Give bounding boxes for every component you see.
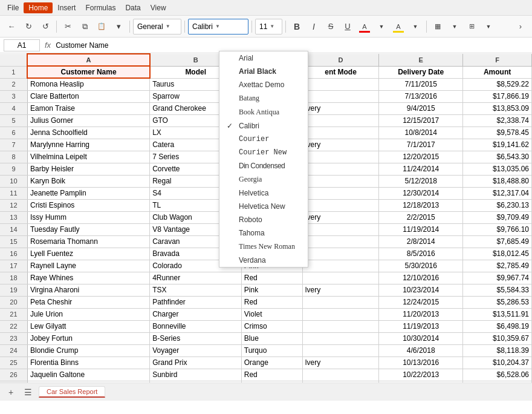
paste-button[interactable]: 📋 (94, 19, 109, 34)
cell-customer-name[interactable]: Rosemaria Thomann (27, 235, 149, 248)
cell-color[interactable]: Red (241, 369, 302, 381)
font-item[interactable]: Arial Black (219, 65, 308, 78)
cell-amount[interactable]: $17,866.19 (463, 90, 532, 102)
cell-color[interactable]: Turquo (241, 344, 302, 356)
cell-payment-mode[interactable] (302, 223, 378, 235)
cell-delivery-date[interactable]: 9/4/2015 (379, 102, 463, 114)
font-item[interactable]: Axettac Demo (219, 78, 308, 91)
cell-delivery-date[interactable]: 12/18/2013 (379, 199, 463, 211)
col-header-d[interactable]: D (302, 54, 378, 66)
back-button[interactable]: ← (4, 19, 19, 34)
font-item[interactable]: Tahoma (219, 226, 308, 240)
cell-amount[interactable]: $9,578.45 (463, 126, 532, 139)
cell-amount[interactable]: $5,584.33 (463, 284, 532, 296)
cell-delivery-date[interactable]: 4/6/2018 (379, 344, 463, 356)
fill-color-button[interactable]: A (391, 19, 406, 34)
cell-customer-name[interactable]: Issy Humm (27, 211, 149, 223)
more-button[interactable]: › (513, 19, 528, 34)
cell-model[interactable]: Mirage (150, 381, 242, 383)
cell-color[interactable]: Crimson (241, 381, 302, 383)
cell-delivery-date[interactable]: 10/22/2013 (379, 369, 463, 381)
header-amount[interactable]: Amount (463, 66, 532, 78)
cell-customer-name[interactable]: Raynell Layne (27, 260, 149, 272)
fill-color-arrow[interactable]: ▼ (407, 19, 423, 34)
cell-delivery-date[interactable]: 12/30/2014 (379, 187, 463, 199)
cell-customer-name[interactable]: Jenna Schoolfield (27, 126, 149, 139)
cell-customer-name[interactable]: Eamon Traise (27, 102, 149, 114)
cell-payment-mode[interactable] (302, 344, 378, 356)
font-item[interactable]: ✓Calibri (219, 119, 308, 133)
bold-button[interactable]: B (289, 19, 305, 34)
cell-reference[interactable] (4, 39, 40, 51)
cell-payment-mode[interactable] (302, 381, 378, 383)
menu-view[interactable]: View (146, 2, 171, 13)
cell-amount[interactable]: $10,359.67 (463, 332, 532, 344)
menu-file[interactable]: File (2, 2, 24, 13)
cell-customer-name[interactable]: Vilhelmina Leipelt (27, 151, 149, 163)
cell-customer-name[interactable]: Julius Gorner (27, 114, 149, 126)
cell-amount[interactable]: $18,012.45 (463, 248, 532, 260)
cell-model[interactable]: Grand Prix (150, 356, 242, 369)
cell-amount[interactable]: $9,766.10 (463, 223, 532, 235)
cell-model[interactable]: TSX (150, 284, 242, 296)
menu-home[interactable]: Home (24, 2, 53, 13)
cell-payment-mode[interactable] (302, 163, 378, 175)
borders-arrow[interactable]: ▼ (447, 19, 462, 34)
font-item[interactable]: Verdana (219, 254, 308, 267)
strikethrough-button[interactable]: S (323, 19, 339, 34)
cell-customer-name[interactable]: Hakeem Easseby (27, 381, 149, 383)
header-customer-name[interactable]: Customer Name (27, 66, 149, 78)
cell-amount[interactable]: $9,709.49 (463, 211, 532, 223)
cell-delivery-date[interactable]: 11/24/2014 (379, 163, 463, 175)
cell-payment-mode[interactable] (302, 296, 378, 308)
font-item[interactable]: Helvetica (219, 186, 308, 200)
cell-amount[interactable]: $6,498.19 (463, 320, 532, 332)
undo-button[interactable]: ↻ (21, 19, 36, 34)
font-size-dropdown[interactable]: 11 ▼ (255, 19, 282, 34)
col-header-a[interactable]: A (27, 54, 149, 66)
font-color-arrow[interactable]: ▼ (374, 19, 389, 34)
font-item[interactable]: Din Condensed (219, 159, 308, 172)
cell-model[interactable]: Voyager (150, 344, 242, 356)
cell-payment-mode[interactable]: lvery (302, 356, 378, 369)
cell-amount[interactable]: $6,230.13 (463, 199, 532, 211)
cell-payment-mode[interactable] (302, 332, 378, 344)
cell-customer-name[interactable]: Marylynne Harring (27, 139, 149, 151)
cell-payment-mode[interactable]: lvery (302, 211, 378, 223)
cell-customer-name[interactable]: Florentia Binns (27, 356, 149, 369)
cell-amount[interactable]: $12,317.04 (463, 187, 532, 199)
cell-customer-name[interactable]: Lew Gilyatt (27, 320, 149, 332)
copy-button[interactable]: ⧉ (77, 19, 92, 34)
cell-payment-mode[interactable] (302, 199, 378, 211)
cell-color[interactable]: Red (241, 272, 302, 284)
format-dropdown[interactable]: General ▼ (133, 19, 181, 34)
menu-insert[interactable]: Insert (53, 2, 80, 13)
cell-customer-name[interactable]: Jobey Fortun (27, 332, 149, 344)
sheet-menu-button[interactable]: ☰ (22, 386, 34, 398)
cell-delivery-date[interactable]: 5/30/2016 (379, 260, 463, 272)
cell-model[interactable]: Bonneville (150, 320, 242, 332)
cell-payment-mode[interactable] (302, 175, 378, 187)
cell-amount[interactable]: $18,488.80 (463, 175, 532, 187)
underline-button[interactable]: U (340, 19, 355, 34)
cell-amount[interactable]: $2,338.74 (463, 114, 532, 126)
col-header-e[interactable]: E (379, 54, 463, 66)
cell-amount[interactable]: $5,286.53 (463, 296, 532, 308)
cell-delivery-date[interactable]: 2/2/2015 (379, 211, 463, 223)
cell-model[interactable]: B-Series (150, 332, 242, 344)
cell-color[interactable]: Red (241, 296, 302, 308)
cell-delivery-date[interactable]: 9/12/2014 (379, 381, 463, 383)
cell-amount[interactable]: $13,511.91 (463, 308, 532, 320)
menu-formulas[interactable]: Formulas (80, 2, 120, 13)
cell-payment-mode[interactable] (302, 248, 378, 260)
cell-delivery-date[interactable]: 12/10/2016 (379, 272, 463, 284)
cell-payment-mode[interactable] (302, 187, 378, 199)
cell-delivery-date[interactable]: 8/5/2016 (379, 248, 463, 260)
cell-payment-mode[interactable] (302, 260, 378, 272)
cell-amount[interactable]: $9,967.74 (463, 272, 532, 284)
cell-color[interactable]: Violet (241, 308, 302, 320)
cell-amount[interactable]: $5,619.25 (463, 381, 532, 383)
cell-delivery-date[interactable]: 12/24/2015 (379, 296, 463, 308)
cell-delivery-date[interactable]: 10/23/2014 (379, 284, 463, 296)
cell-payment-mode[interactable] (302, 78, 378, 90)
